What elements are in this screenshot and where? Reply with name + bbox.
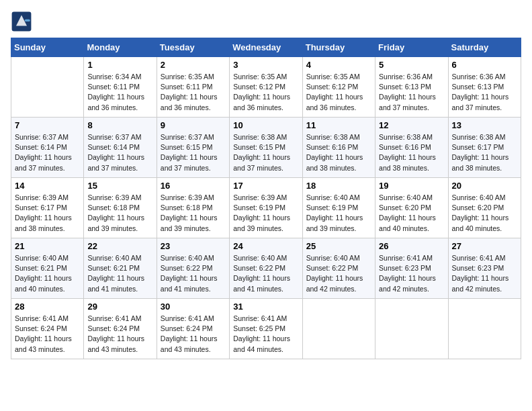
- day-number: 8: [87, 120, 152, 130]
- day-number: 25: [306, 241, 371, 251]
- day-info: Sunrise: 6:34 AM Sunset: 6:11 PM Dayligh…: [87, 72, 152, 113]
- calendar-cell: [11, 57, 84, 118]
- calendar-cell: 18Sunrise: 6:40 AM Sunset: 6:19 PM Dayli…: [302, 178, 375, 238]
- day-number: 7: [15, 120, 80, 130]
- calendar-cell: 22Sunrise: 6:40 AM Sunset: 6:21 PM Dayli…: [84, 238, 157, 299]
- calendar-cell: 28Sunrise: 6:41 AM Sunset: 6:24 PM Dayli…: [11, 299, 84, 359]
- day-number: 4: [306, 60, 371, 70]
- day-number: 22: [87, 241, 152, 251]
- day-number: 21: [15, 241, 80, 251]
- day-info: Sunrise: 6:35 AM Sunset: 6:12 PM Dayligh…: [233, 72, 298, 113]
- day-info: Sunrise: 6:40 AM Sunset: 6:22 PM Dayligh…: [233, 253, 298, 294]
- calendar-cell: 3Sunrise: 6:35 AM Sunset: 6:12 PM Daylig…: [230, 57, 302, 118]
- day-info: Sunrise: 6:36 AM Sunset: 6:13 PM Dayligh…: [452, 72, 517, 113]
- calendar-week-row: 21Sunrise: 6:40 AM Sunset: 6:21 PM Dayli…: [11, 238, 521, 299]
- calendar-cell: 11Sunrise: 6:38 AM Sunset: 6:16 PM Dayli…: [302, 118, 375, 178]
- day-info: Sunrise: 6:40 AM Sunset: 6:22 PM Dayligh…: [306, 253, 371, 294]
- day-number: 10: [233, 120, 298, 130]
- calendar-cell: 17Sunrise: 6:39 AM Sunset: 6:19 PM Dayli…: [230, 178, 302, 238]
- day-info: Sunrise: 6:37 AM Sunset: 6:14 PM Dayligh…: [15, 132, 80, 173]
- calendar-cell: 27Sunrise: 6:41 AM Sunset: 6:23 PM Dayli…: [448, 238, 521, 299]
- calendar-week-row: 1Sunrise: 6:34 AM Sunset: 6:11 PM Daylig…: [11, 57, 521, 118]
- calendar-cell: 25Sunrise: 6:40 AM Sunset: 6:22 PM Dayli…: [302, 238, 375, 299]
- day-number: 12: [379, 120, 444, 130]
- day-info: Sunrise: 6:41 AM Sunset: 6:24 PM Dayligh…: [161, 314, 226, 355]
- calendar-cell: 5Sunrise: 6:36 AM Sunset: 6:13 PM Daylig…: [375, 57, 448, 118]
- day-number: 3: [233, 60, 298, 70]
- calendar-cell: [375, 299, 448, 359]
- calendar-cell: 4Sunrise: 6:35 AM Sunset: 6:12 PM Daylig…: [302, 57, 375, 118]
- day-info: Sunrise: 6:40 AM Sunset: 6:21 PM Dayligh…: [15, 253, 80, 294]
- calendar-cell: 12Sunrise: 6:38 AM Sunset: 6:16 PM Dayli…: [375, 118, 448, 178]
- day-info: Sunrise: 6:39 AM Sunset: 6:18 PM Dayligh…: [87, 193, 152, 234]
- day-number: 9: [161, 120, 226, 130]
- calendar-cell: 29Sunrise: 6:41 AM Sunset: 6:24 PM Dayli…: [84, 299, 157, 359]
- day-number: 6: [452, 60, 517, 70]
- day-info: Sunrise: 6:40 AM Sunset: 6:20 PM Dayligh…: [379, 193, 444, 234]
- day-info: Sunrise: 6:38 AM Sunset: 6:17 PM Dayligh…: [452, 132, 517, 173]
- day-number: 17: [233, 181, 298, 191]
- calendar-cell: 24Sunrise: 6:40 AM Sunset: 6:22 PM Dayli…: [230, 238, 302, 299]
- calendar-cell: [302, 299, 375, 359]
- day-info: Sunrise: 6:38 AM Sunset: 6:16 PM Dayligh…: [379, 132, 444, 173]
- day-info: Sunrise: 6:41 AM Sunset: 6:24 PM Dayligh…: [87, 314, 152, 355]
- day-info: Sunrise: 6:41 AM Sunset: 6:24 PM Dayligh…: [15, 314, 80, 355]
- day-info: Sunrise: 6:40 AM Sunset: 6:20 PM Dayligh…: [452, 193, 517, 234]
- calendar-week-row: 28Sunrise: 6:41 AM Sunset: 6:24 PM Dayli…: [11, 299, 521, 359]
- day-info: Sunrise: 6:40 AM Sunset: 6:21 PM Dayligh…: [87, 253, 152, 294]
- calendar-cell: 9Sunrise: 6:37 AM Sunset: 6:15 PM Daylig…: [157, 118, 229, 178]
- day-number: 28: [15, 302, 80, 312]
- day-info: Sunrise: 6:41 AM Sunset: 6:23 PM Dayligh…: [379, 253, 444, 294]
- calendar-cell: 15Sunrise: 6:39 AM Sunset: 6:18 PM Dayli…: [84, 178, 157, 238]
- calendar-week-row: 7Sunrise: 6:37 AM Sunset: 6:14 PM Daylig…: [11, 118, 521, 178]
- calendar-cell: 2Sunrise: 6:35 AM Sunset: 6:11 PM Daylig…: [157, 57, 229, 118]
- day-number: 15: [87, 181, 152, 191]
- svg-rect-2: [25, 19, 30, 21]
- day-info: Sunrise: 6:35 AM Sunset: 6:11 PM Dayligh…: [161, 72, 226, 113]
- calendar-cell: 30Sunrise: 6:41 AM Sunset: 6:24 PM Dayli…: [157, 299, 229, 359]
- calendar-cell: 23Sunrise: 6:40 AM Sunset: 6:22 PM Dayli…: [157, 238, 229, 299]
- weekday-header-row: SundayMondayTuesdayWednesdayThursdayFrid…: [11, 38, 521, 57]
- weekday-header-friday: Friday: [375, 38, 448, 57]
- day-info: Sunrise: 6:38 AM Sunset: 6:15 PM Dayligh…: [233, 132, 298, 173]
- weekday-header-monday: Monday: [84, 38, 157, 57]
- calendar-cell: 31Sunrise: 6:41 AM Sunset: 6:25 PM Dayli…: [230, 299, 302, 359]
- day-number: 27: [452, 241, 517, 251]
- day-info: Sunrise: 6:40 AM Sunset: 6:19 PM Dayligh…: [306, 193, 371, 234]
- day-number: 16: [161, 181, 226, 191]
- day-info: Sunrise: 6:39 AM Sunset: 6:19 PM Dayligh…: [233, 193, 298, 234]
- day-number: 2: [161, 60, 226, 70]
- day-number: 11: [306, 120, 371, 130]
- calendar-cell: 14Sunrise: 6:39 AM Sunset: 6:17 PM Dayli…: [11, 178, 84, 238]
- day-number: 30: [161, 302, 226, 312]
- calendar-cell: 6Sunrise: 6:36 AM Sunset: 6:13 PM Daylig…: [448, 57, 521, 118]
- day-number: 20: [452, 181, 517, 191]
- calendar-cell: 19Sunrise: 6:40 AM Sunset: 6:20 PM Dayli…: [375, 178, 448, 238]
- logo: [11, 11, 35, 32]
- calendar-cell: 26Sunrise: 6:41 AM Sunset: 6:23 PM Dayli…: [375, 238, 448, 299]
- calendar-cell: 16Sunrise: 6:39 AM Sunset: 6:18 PM Dayli…: [157, 178, 229, 238]
- day-info: Sunrise: 6:39 AM Sunset: 6:18 PM Dayligh…: [161, 193, 226, 234]
- weekday-header-thursday: Thursday: [302, 38, 375, 57]
- day-info: Sunrise: 6:37 AM Sunset: 6:15 PM Dayligh…: [161, 132, 226, 173]
- day-info: Sunrise: 6:41 AM Sunset: 6:23 PM Dayligh…: [452, 253, 517, 294]
- day-number: 19: [379, 181, 444, 191]
- calendar-table: SundayMondayTuesdayWednesdayThursdayFrid…: [11, 38, 521, 359]
- day-info: Sunrise: 6:39 AM Sunset: 6:17 PM Dayligh…: [15, 193, 80, 234]
- weekday-header-sunday: Sunday: [11, 38, 84, 57]
- calendar-cell: 10Sunrise: 6:38 AM Sunset: 6:15 PM Dayli…: [230, 118, 302, 178]
- day-number: 5: [379, 60, 444, 70]
- day-number: 31: [233, 302, 298, 312]
- calendar-week-row: 14Sunrise: 6:39 AM Sunset: 6:17 PM Dayli…: [11, 178, 521, 238]
- weekday-header-saturday: Saturday: [448, 38, 521, 57]
- calendar-cell: 20Sunrise: 6:40 AM Sunset: 6:20 PM Dayli…: [448, 178, 521, 238]
- day-number: 1: [87, 60, 152, 70]
- logo-icon: [11, 11, 32, 32]
- day-info: Sunrise: 6:35 AM Sunset: 6:12 PM Dayligh…: [306, 72, 371, 113]
- day-info: Sunrise: 6:41 AM Sunset: 6:25 PM Dayligh…: [233, 314, 298, 355]
- day-number: 23: [161, 241, 226, 251]
- day-number: 24: [233, 241, 298, 251]
- calendar-cell: 7Sunrise: 6:37 AM Sunset: 6:14 PM Daylig…: [11, 118, 84, 178]
- day-number: 26: [379, 241, 444, 251]
- day-number: 29: [87, 302, 152, 312]
